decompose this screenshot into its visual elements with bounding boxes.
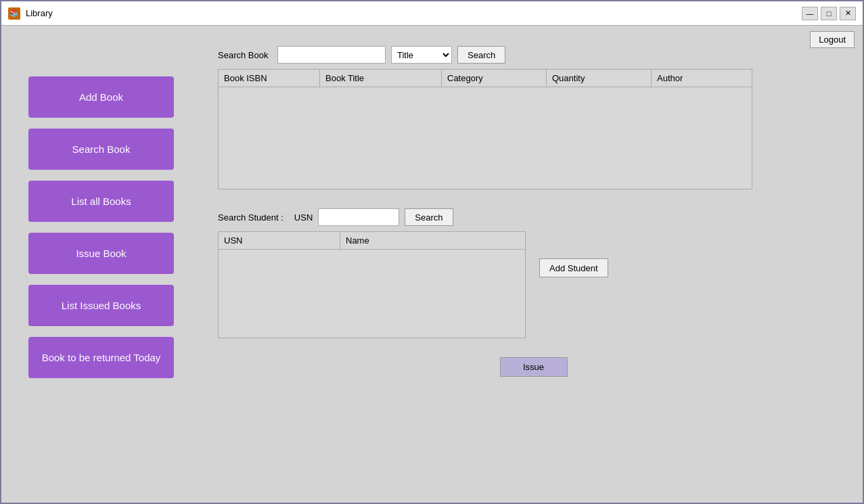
student-search-section: Search Student : USN Search USN Name Add… (218, 202, 849, 338)
main-panel: Search Book Title Author ISBN Category S… (204, 26, 863, 503)
sidebar-list-issued-books-button[interactable]: List Issued Books (28, 285, 174, 326)
main-window: 📚 Library — □ ✕ Logout Add Book Search B… (0, 0, 864, 504)
issue-btn-container: Issue (218, 357, 849, 377)
book-search-row: Search Book Title Author ISBN Category S… (218, 46, 849, 64)
sidebar-add-book-button[interactable]: Add Book (28, 76, 174, 118)
col-name: Name (340, 232, 523, 249)
add-student-button[interactable]: Add Student (539, 258, 608, 277)
title-bar-controls: — □ ✕ (802, 7, 856, 20)
book-table-container: Book ISBN Book Title Category Quantity A… (218, 69, 752, 189)
book-search-dropdown[interactable]: Title Author ISBN Category (391, 46, 452, 64)
book-search-section: Search Book Title Author ISBN Category S… (218, 39, 849, 189)
top-bar: Logout (802, 26, 863, 53)
book-table-header: Book ISBN Book Title Category Quantity A… (219, 70, 752, 87)
usn-search-input[interactable] (318, 208, 399, 226)
col-category: Category (442, 70, 547, 87)
student-search-row: Search Student : USN Search (218, 208, 849, 226)
title-bar: 📚 Library — □ ✕ (1, 1, 863, 26)
close-button[interactable]: ✕ (840, 7, 856, 20)
sidebar-issue-book-button[interactable]: Issue Book (28, 233, 174, 274)
col-usn: USN (219, 232, 340, 249)
student-table-and-btn: USN Name Add Student (218, 231, 849, 338)
col-author: Author (652, 70, 756, 87)
book-search-button[interactable]: Search (457, 46, 505, 64)
maximize-button[interactable]: □ (821, 7, 837, 20)
issue-button[interactable]: Issue (500, 357, 568, 377)
title-bar-left: 📚 Library (8, 7, 53, 20)
minimize-button[interactable]: — (802, 7, 818, 20)
student-search-label: Search Student : (218, 212, 283, 223)
student-table-header: USN Name (219, 232, 525, 250)
window-title: Library (26, 8, 53, 18)
sidebar: Add Book Search Book List all Books Issu… (1, 63, 204, 503)
book-table-body (219, 87, 752, 189)
col-book-title: Book Title (320, 70, 442, 87)
app-icon: 📚 (8, 7, 20, 20)
student-table-container: USN Name (218, 231, 526, 338)
book-search-input[interactable] (277, 46, 386, 64)
usn-label: USN (294, 212, 313, 223)
logout-button[interactable]: Logout (810, 31, 855, 48)
sidebar-list-all-books-button[interactable]: List all Books (28, 181, 174, 222)
student-table-body (219, 250, 525, 338)
content-area: Logout Add Book Search Book List all Boo… (1, 26, 863, 503)
student-search-button[interactable]: Search (405, 208, 453, 226)
sidebar-book-return-today-button[interactable]: Book to be returned Today (28, 337, 174, 378)
col-book-isbn: Book ISBN (219, 70, 320, 87)
book-search-label: Search Book (218, 50, 272, 60)
sidebar-search-book-button[interactable]: Search Book (28, 129, 174, 170)
col-quantity: Quantity (547, 70, 652, 87)
